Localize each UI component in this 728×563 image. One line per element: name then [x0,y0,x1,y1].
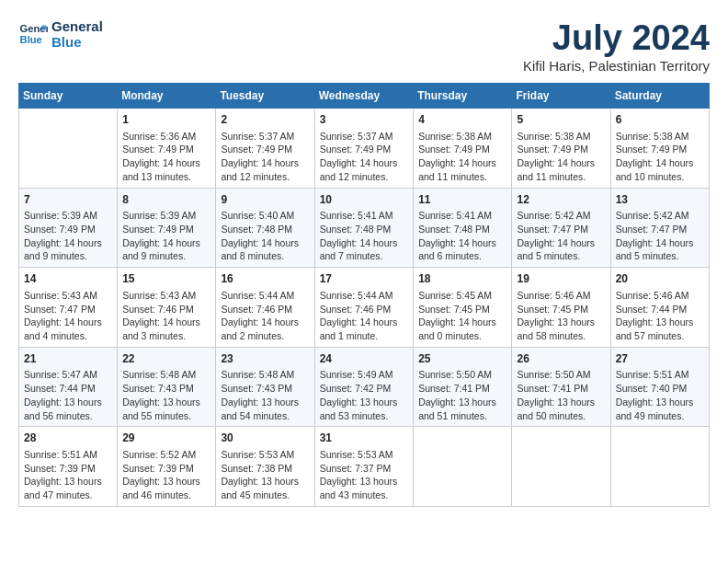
day-info: Sunrise: 5:46 AM [517,289,605,303]
day-info: and 55 minutes. [122,409,210,423]
day-info: Daylight: 14 hours [221,316,309,329]
day-info: Sunrise: 5:36 AM [122,130,210,144]
calendar-cell: 9Sunrise: 5:40 AMSunset: 7:48 PMDaylight… [216,188,314,268]
day-info: Sunrise: 5:41 AM [418,209,506,223]
day-info: Sunrise: 5:53 AM [221,448,309,462]
day-number: 8 [122,192,210,208]
day-info: and 45 minutes. [221,488,309,502]
day-info: Sunset: 7:49 PM [122,143,210,156]
day-info: Sunrise: 5:51 AM [24,448,112,462]
day-info: and 12 minutes. [320,170,409,184]
day-number: 25 [418,351,506,367]
calendar-cell: 24Sunrise: 5:49 AMSunset: 7:42 PMDayligh… [314,347,414,427]
calendar-table: SundayMondayTuesdayWednesdayThursdayFrid… [18,83,710,507]
day-info: Daylight: 13 hours [122,475,210,488]
calendar-cell: 3Sunrise: 5:37 AMSunset: 7:49 PMDaylight… [314,109,414,189]
calendar-cell: 21Sunrise: 5:47 AMSunset: 7:44 PMDayligh… [19,347,118,427]
month-title: July 2024 [523,18,710,58]
header-row: SundayMondayTuesdayWednesdayThursdayFrid… [19,84,710,109]
day-number: 27 [616,351,704,367]
day-number: 14 [24,271,112,287]
day-info: Sunset: 7:48 PM [418,223,506,236]
day-info: Daylight: 14 hours [320,316,409,329]
day-info: Sunset: 7:40 PM [616,382,704,396]
day-info: Sunrise: 5:50 AM [517,368,605,382]
day-info: and 4 minutes. [24,329,112,343]
header-day-thursday: Thursday [414,84,512,109]
day-info: Daylight: 14 hours [418,236,506,250]
day-info: and 5 minutes. [517,249,605,263]
day-info: Sunset: 7:43 PM [122,382,210,396]
day-info: Sunset: 7:45 PM [517,303,605,316]
header-day-wednesday: Wednesday [314,84,414,109]
calendar-cell: 20Sunrise: 5:46 AMSunset: 7:44 PMDayligh… [610,268,709,348]
day-info: Sunset: 7:46 PM [221,303,309,316]
day-info: Sunset: 7:44 PM [24,382,112,396]
day-number: 10 [320,192,409,208]
calendar-cell: 14Sunrise: 5:43 AMSunset: 7:47 PMDayligh… [19,268,118,348]
day-info: Daylight: 14 hours [122,156,210,170]
day-info: Daylight: 13 hours [517,316,605,329]
day-info: and 1 minute. [320,329,409,343]
calendar-cell [610,427,709,507]
day-info: Sunrise: 5:43 AM [122,289,210,303]
day-info: Sunrise: 5:52 AM [122,448,210,462]
day-info: Sunset: 7:49 PM [517,143,605,156]
header: General Blue General Blue July 2024 Kifi… [18,18,710,74]
day-info: Sunrise: 5:48 AM [122,368,210,382]
calendar-cell: 16Sunrise: 5:44 AMSunset: 7:46 PMDayligh… [216,268,314,348]
day-number: 26 [517,351,605,367]
header-day-friday: Friday [512,84,610,109]
calendar-cell: 28Sunrise: 5:51 AMSunset: 7:39 PMDayligh… [19,427,118,507]
calendar-cell: 11Sunrise: 5:41 AMSunset: 7:48 PMDayligh… [414,188,512,268]
day-number: 29 [122,431,210,446]
day-info: Sunrise: 5:50 AM [418,368,506,382]
day-info: Sunrise: 5:47 AM [24,368,112,382]
location-title: Kifil Haris, Palestinian Territory [523,58,710,74]
day-info: and 2 minutes. [221,329,309,343]
day-info: Daylight: 13 hours [122,396,210,409]
day-info: Sunset: 7:48 PM [221,223,309,236]
header-day-tuesday: Tuesday [216,84,314,109]
day-info: Sunset: 7:43 PM [221,382,309,396]
calendar-cell: 8Sunrise: 5:39 AMSunset: 7:49 PMDaylight… [118,188,216,268]
day-info: Daylight: 13 hours [418,396,506,409]
day-number: 6 [616,112,704,128]
day-info: Sunset: 7:42 PM [320,382,409,396]
day-info: Sunset: 7:37 PM [320,462,409,476]
day-info: Daylight: 13 hours [221,475,309,488]
day-info: and 53 minutes. [320,409,409,423]
day-info: and 9 minutes. [24,249,112,263]
day-info: and 57 minutes. [616,329,704,343]
day-info: Daylight: 14 hours [517,236,605,250]
day-info: and 49 minutes. [616,409,704,423]
day-info: Sunset: 7:45 PM [418,303,506,316]
day-info: Daylight: 14 hours [122,236,210,250]
day-number: 16 [221,271,309,287]
day-info: Daylight: 14 hours [616,156,704,170]
day-info: Daylight: 13 hours [24,396,112,409]
day-info: Sunrise: 5:38 AM [616,130,704,144]
header-day-sunday: Sunday [19,84,118,109]
day-info: Sunrise: 5:51 AM [616,368,704,382]
calendar-cell: 22Sunrise: 5:48 AMSunset: 7:43 PMDayligh… [118,347,216,427]
calendar-cell: 5Sunrise: 5:38 AMSunset: 7:49 PMDaylight… [512,109,610,189]
calendar-cell: 17Sunrise: 5:44 AMSunset: 7:46 PMDayligh… [314,268,414,348]
calendar-cell: 23Sunrise: 5:48 AMSunset: 7:43 PMDayligh… [216,347,314,427]
day-info: Sunrise: 5:42 AM [616,209,704,223]
day-number: 31 [320,431,409,446]
calendar-cell: 2Sunrise: 5:37 AMSunset: 7:49 PMDaylight… [216,109,314,189]
day-number: 12 [517,192,605,208]
day-info: and 47 minutes. [24,488,112,502]
day-info: and 7 minutes. [320,249,409,263]
day-info: Sunrise: 5:37 AM [320,130,409,144]
day-info: and 8 minutes. [221,249,309,263]
day-info: Sunset: 7:49 PM [320,143,409,156]
calendar-cell: 7Sunrise: 5:39 AMSunset: 7:49 PMDaylight… [19,188,118,268]
day-info: Sunset: 7:49 PM [616,143,704,156]
day-info: Sunset: 7:47 PM [616,223,704,236]
day-number: 5 [517,112,605,128]
day-info: Daylight: 13 hours [320,396,409,409]
day-number: 1 [122,112,210,128]
logo-blue: Blue [51,34,103,50]
